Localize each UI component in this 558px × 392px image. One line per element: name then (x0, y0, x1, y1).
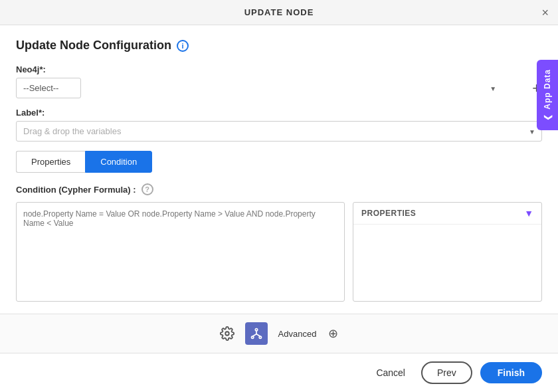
label-row: Label*: Drag & drop the variables ▼ (16, 108, 542, 142)
tab-condition[interactable]: Condition (85, 151, 152, 173)
neo4j-row: Neo4j*: --Select-- ▼ + (16, 64, 542, 98)
label-select-wrapper: Drag & drop the variables ▼ (16, 121, 542, 142)
workflow-button[interactable] (245, 322, 268, 345)
advanced-add-icon[interactable]: ⊕ (328, 326, 338, 341)
app-data-chevron: ❮ (543, 114, 552, 121)
properties-header: PROPERTIES ▼ (353, 203, 541, 225)
tab-properties[interactable]: Properties (16, 151, 85, 173)
modal-title: UPDATE NODE (244, 7, 314, 17)
neo4j-dropdown-arrow: ▼ (490, 84, 496, 92)
gear-icon (220, 326, 234, 341)
modal-bottom-bar: Cancel Prev Finish (0, 353, 558, 392)
condition-textarea[interactable] (16, 202, 345, 302)
section-title: Update Node Configuration i (16, 39, 542, 52)
condition-section-label: Condition (Cypher Formula) : (16, 185, 136, 195)
prev-button[interactable]: Prev (421, 361, 472, 384)
neo4j-select-wrapper: --Select-- ▼ + (16, 78, 542, 98)
condition-label-row: Condition (Cypher Formula) : ? (16, 183, 542, 195)
neo4j-label: Neo4j*: (16, 64, 542, 74)
neo4j-label-text: Neo4j*: (16, 64, 46, 74)
properties-title: PROPERTIES (361, 209, 416, 218)
footer-actions: Advanced ⊕ (0, 314, 558, 353)
advanced-label: Advanced (278, 329, 317, 339)
modal: UPDATE NODE × Update Node Configuration … (0, 0, 558, 392)
workflow-icon (250, 327, 263, 340)
close-button[interactable]: × (541, 7, 549, 19)
label-field-label: Label*: (16, 108, 542, 118)
label-field-label-text: Label*: (16, 108, 45, 118)
filter-icon[interactable]: ▼ (524, 208, 533, 219)
svg-point-0 (225, 332, 229, 336)
app-data-text: ❮ App Data (543, 69, 552, 121)
finish-button[interactable]: Finish (480, 362, 542, 383)
label-select[interactable]: Drag & drop the variables (16, 121, 542, 142)
help-icon[interactable]: ? (141, 183, 153, 195)
svg-line-6 (256, 334, 260, 336)
tabs-row: Properties Condition (16, 151, 542, 173)
gear-button[interactable] (220, 326, 234, 341)
modal-header: UPDATE NODE × (0, 0, 558, 25)
section-title-text: Update Node Configuration (16, 39, 171, 52)
properties-content (353, 225, 541, 301)
cancel-button[interactable]: Cancel (368, 362, 413, 383)
modal-body: Update Node Configuration i Neo4j*: --Se… (0, 25, 558, 314)
neo4j-select[interactable]: --Select-- (16, 78, 81, 98)
app-data-tab[interactable]: ❮ App Data (537, 60, 558, 130)
condition-editor-row: PROPERTIES ▼ (16, 202, 542, 302)
app-data-label: App Data (543, 69, 552, 110)
properties-panel: PROPERTIES ▼ (353, 202, 542, 302)
info-icon[interactable]: i (177, 40, 189, 52)
svg-line-5 (252, 334, 256, 336)
